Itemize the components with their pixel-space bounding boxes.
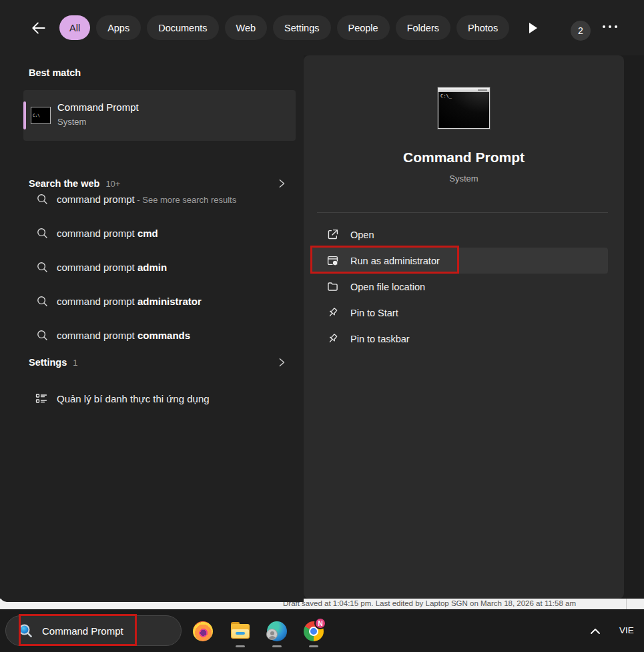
search-icon	[37, 296, 48, 307]
search-icon	[37, 330, 48, 341]
notification-badge[interactable]: 2	[571, 21, 591, 41]
suggestion-commands[interactable]: command prompt commands	[0, 318, 304, 352]
best-match-section: Best match	[0, 67, 304, 78]
action-pin-to-start[interactable]: Pin to Start	[312, 300, 608, 326]
pin-icon	[327, 333, 338, 344]
taskbar: Command Prompt N VIE	[0, 609, 644, 652]
draft-saved-status: Draft saved at 1:04:15 pm. Last edited b…	[283, 599, 576, 607]
result-preview-panel: C:\_ Command Prompt System Open	[304, 55, 624, 599]
search-icon	[37, 262, 48, 273]
action-run-as-administrator[interactable]: Run as administrator	[312, 248, 608, 274]
command-prompt-icon-large: C:\_	[438, 87, 490, 129]
filter-tab-photos[interactable]: Photos	[456, 15, 509, 40]
filter-tab-all[interactable]: All	[59, 15, 90, 40]
suggestion-see-more[interactable]: command prompt - See more search results	[0, 182, 304, 216]
chrome-icon[interactable]: N	[304, 621, 324, 641]
panel-gutter	[624, 55, 644, 599]
settings-result-app-aliases[interactable]: Quản lý bí danh thực thi ứng dụng	[0, 385, 304, 414]
action-list: Open Run as administrator	[312, 222, 608, 352]
language-indicator[interactable]: VIE	[619, 625, 634, 635]
settings-heading: Settings	[29, 357, 67, 368]
command-prompt-icon: C:\	[31, 107, 51, 124]
best-match-result-command-prompt[interactable]: C:\ Command Prompt System	[23, 90, 296, 141]
play-icon	[529, 23, 537, 33]
edge-icon[interactable]	[267, 621, 287, 641]
search-input-value[interactable]: Command Prompt	[42, 625, 123, 637]
run-admin-icon	[327, 255, 338, 266]
settings-section[interactable]: Settings 1	[0, 357, 304, 368]
running-indicator	[309, 645, 318, 647]
open-icon	[327, 229, 338, 240]
search-icon	[37, 228, 48, 239]
app-aliases-icon	[35, 392, 48, 406]
windows-search-screen: Draft saved at 1:04:15 pm. Last edited b…	[0, 0, 644, 652]
action-pin-to-taskbar[interactable]: Pin to taskbar	[312, 326, 608, 352]
statusbar-divider	[626, 599, 627, 609]
preview-divider	[317, 212, 608, 213]
suggestion-administrator[interactable]: command prompt administrator	[0, 284, 304, 318]
chevron-right-icon[interactable]	[277, 358, 286, 367]
search-filter-bar: All Apps Documents Web Settings People F…	[0, 0, 644, 55]
running-indicator	[272, 645, 282, 647]
filter-tab-folders[interactable]: Folders	[396, 15, 450, 40]
folder-icon	[327, 281, 338, 292]
suggestion-cmd[interactable]: command prompt cmd	[0, 216, 304, 250]
web-suggestions-list: command prompt - See more search results…	[0, 182, 304, 352]
taskbar-search-box[interactable]: Command Prompt	[5, 615, 182, 646]
filter-tab-people[interactable]: People	[337, 15, 390, 40]
search-icon	[37, 194, 48, 205]
result-title: Command Prompt	[57, 101, 139, 113]
back-button[interactable]	[29, 18, 49, 38]
result-subtitle: System	[57, 117, 86, 127]
more-filters-button[interactable]	[527, 21, 540, 35]
show-hidden-icons-button[interactable]	[589, 627, 601, 636]
search-results-panel: Best match C:\ Command Prompt System Sea…	[0, 55, 304, 602]
filter-tab-settings[interactable]: Settings	[273, 15, 330, 40]
file-explorer-icon[interactable]	[230, 621, 250, 641]
chevron-up-icon	[589, 627, 601, 636]
preview-app-subtitle: System	[304, 174, 624, 184]
ellipsis-icon	[603, 25, 605, 28]
action-open-file-location[interactable]: Open file location	[312, 274, 608, 300]
settings-result-label: Quản lý bí danh thực thi ứng dụng	[57, 393, 210, 404]
suggestion-admin[interactable]: command prompt admin	[0, 250, 304, 284]
search-icon	[17, 623, 33, 639]
chrome-notification-badge: N	[314, 617, 326, 629]
settings-count: 1	[73, 358, 77, 368]
selection-accent-bar	[23, 101, 26, 129]
filter-tab-web[interactable]: Web	[225, 15, 268, 40]
back-arrow-icon	[30, 19, 47, 37]
filter-tab-documents[interactable]: Documents	[147, 15, 218, 40]
more-options-button[interactable]	[603, 25, 617, 28]
best-match-heading: Best match	[29, 67, 81, 78]
running-indicator	[236, 645, 245, 647]
filter-tab-apps[interactable]: Apps	[96, 15, 141, 40]
edge-profile-avatar	[266, 629, 278, 640]
see-more-suffix: - See more search results	[135, 195, 236, 205]
action-open[interactable]: Open	[312, 222, 608, 248]
firefox-icon[interactable]	[193, 621, 213, 641]
pin-icon	[327, 307, 338, 318]
preview-app-title: Command Prompt	[304, 149, 624, 166]
